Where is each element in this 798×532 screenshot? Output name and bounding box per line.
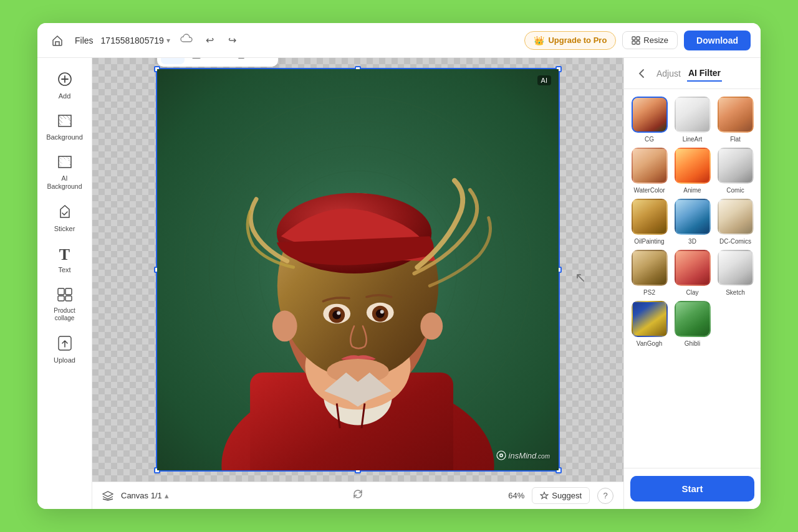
filter-flat[interactable]: Flat: [716, 97, 754, 143]
panel-body: CG LineArt Flat: [624, 89, 761, 468]
filter-dccomics-thumb: [718, 199, 754, 235]
filter-vangogh[interactable]: VanGogh: [630, 301, 668, 347]
resize-button[interactable]: Resize: [622, 31, 678, 49]
sidebar-item-ai-background-label: AIBackground: [47, 174, 82, 190]
filename-display[interactable]: 1715581805719 ▾: [101, 36, 170, 45]
filter-lineart[interactable]: LineArt: [673, 97, 711, 143]
history-controls: ↩ ↪: [200, 31, 243, 50]
canvas-area: AI New: [92, 58, 623, 509]
sidebar-item-upload-label: Upload: [54, 356, 75, 364]
tab-adjust[interactable]: Adjust: [655, 66, 682, 81]
filter-ghibli[interactable]: Ghibli: [673, 301, 711, 347]
filename-text: 1715581805719: [101, 36, 164, 45]
layers-icon: [102, 491, 113, 501]
svg-rect-1: [637, 37, 640, 40]
canvas-image-wrapper[interactable]: AI New: [156, 68, 560, 472]
filter-oilpainting[interactable]: OilPainting: [630, 199, 668, 245]
filter-flat-thumb: [718, 97, 754, 133]
filter-ghibli-label: Ghibli: [685, 340, 701, 347]
sidebar-item-text[interactable]: T Text: [41, 240, 89, 279]
start-button[interactable]: Start: [630, 476, 754, 501]
delete-button[interactable]: [231, 58, 252, 64]
panel-back-button[interactable]: [633, 65, 650, 82]
svg-rect-8: [65, 296, 72, 301]
redo-button[interactable]: ↪: [223, 31, 243, 50]
filter-dccomics[interactable]: DC-Comics: [716, 199, 754, 245]
filter-comic-thumb: [718, 148, 754, 184]
svg-rect-7: [58, 296, 64, 301]
ai-enhance-button[interactable]: AI New: [161, 58, 185, 64]
filter-sketch[interactable]: Sketch: [716, 250, 754, 296]
filter-watercolor[interactable]: WaterColor: [630, 148, 668, 194]
filter-watercolor-thumb: [632, 148, 668, 184]
sidebar-item-sticker[interactable]: Sticker: [41, 198, 89, 238]
background-icon: [57, 114, 72, 130]
cloud-save-icon[interactable]: [180, 34, 193, 47]
filter-3d-thumb: [675, 199, 711, 235]
bottom-center: [352, 488, 364, 503]
filter-oilpainting-label: OilPainting: [634, 238, 664, 245]
more-button[interactable]: ···: [253, 58, 274, 64]
sidebar-item-add-label: Add: [59, 92, 71, 100]
svg-point-27: [272, 311, 297, 342]
filter-comic[interactable]: Comic: [716, 148, 754, 194]
refresh-button[interactable]: [352, 488, 364, 503]
sidebar-item-product-collage-label: Productcollage: [54, 307, 75, 322]
sidebar-item-background[interactable]: Background: [41, 108, 89, 146]
suggest-icon: [540, 492, 549, 500]
product-collage-icon: [57, 288, 72, 304]
filename-chevron: ▾: [166, 36, 170, 45]
filter-3d-label: 3D: [688, 238, 696, 245]
svg-point-37: [327, 359, 388, 384]
filter-lineart-label: LineArt: [683, 136, 703, 143]
sidebar-item-add[interactable]: Add: [41, 65, 89, 105]
svg-point-28: [420, 313, 443, 340]
filter-dccomics-label: DC-Comics: [719, 238, 751, 245]
filter-cg-thumb: [632, 97, 668, 133]
filter-clay[interactable]: Clay: [673, 250, 711, 296]
canvas-info[interactable]: Canvas 1/1 ▴: [121, 491, 169, 500]
svg-rect-0: [632, 37, 635, 40]
suggest-button[interactable]: Suggest: [532, 487, 590, 504]
filter-ghibli-thumb: [675, 301, 711, 337]
image-edit-button[interactable]: [186, 58, 207, 64]
files-nav[interactable]: Files: [75, 36, 94, 45]
filter-vangogh-label: VanGogh: [637, 340, 663, 347]
sidebar-item-ai-background[interactable]: AIBackground: [41, 149, 89, 195]
svg-point-36: [380, 310, 384, 314]
help-button[interactable]: ?: [597, 488, 613, 504]
sidebar-item-background-label: Background: [46, 133, 83, 141]
sticker-icon: [58, 204, 72, 222]
upload-icon: [58, 336, 72, 353]
filter-anime-thumb: [675, 148, 711, 184]
right-panel: Adjust AI Filter CG: [623, 58, 761, 509]
duplicate-button[interactable]: [208, 58, 229, 64]
zoom-level: 64%: [508, 491, 524, 500]
panel-footer: Start: [624, 468, 761, 509]
upgrade-button[interactable]: 👑 Upgrade to Pro: [524, 31, 616, 50]
filter-ps2-thumb: [632, 250, 668, 286]
canvas-label: Canvas 1/1: [121, 491, 162, 500]
download-button[interactable]: Download: [684, 31, 751, 50]
panel-header: Adjust AI Filter: [624, 58, 761, 89]
sidebar-item-product-collage[interactable]: Productcollage: [41, 282, 89, 327]
filter-comic-label: Comic: [726, 187, 744, 194]
filter-anime[interactable]: Anime: [673, 148, 711, 194]
filter-3d[interactable]: 3D: [673, 199, 711, 245]
svg-point-40: [500, 455, 502, 457]
svg-rect-2: [632, 41, 635, 44]
sidebar-item-upload[interactable]: Upload: [41, 330, 89, 369]
watermark: insMind.com: [496, 450, 550, 460]
tab-ai-filter[interactable]: AI Filter: [687, 65, 722, 82]
crown-icon: 👑: [534, 36, 544, 45]
home-button[interactable]: [47, 31, 67, 50]
main-body: Add Background: [37, 58, 761, 509]
layers-button[interactable]: [102, 491, 113, 501]
svg-rect-3: [637, 41, 640, 44]
canvas-viewport[interactable]: AI New: [92, 58, 623, 482]
filter-ps2[interactable]: PS2: [630, 250, 668, 296]
filter-clay-thumb: [675, 250, 711, 286]
filter-watercolor-label: WaterColor: [633, 187, 665, 194]
filter-cg[interactable]: CG: [630, 97, 668, 143]
undo-button[interactable]: ↩: [200, 31, 220, 50]
